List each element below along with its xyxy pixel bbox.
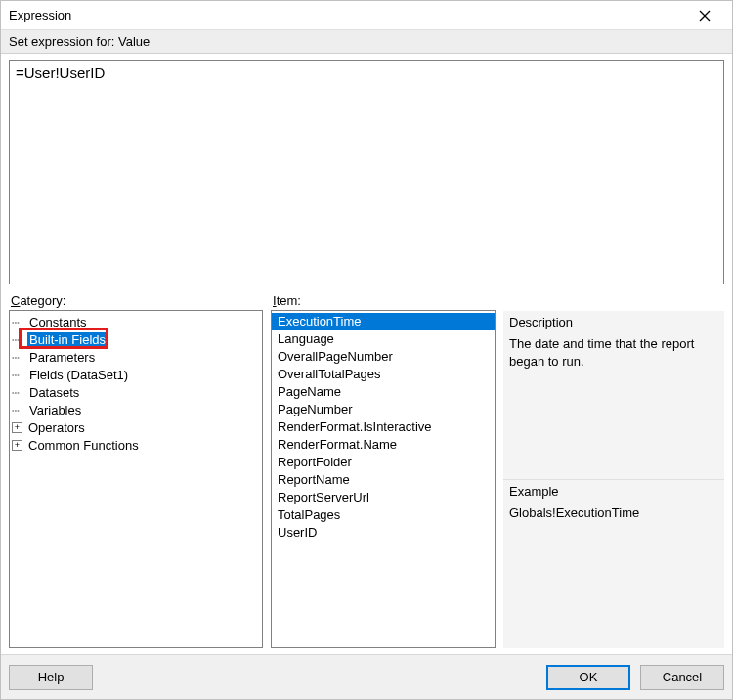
category-label: Category: <box>9 293 263 308</box>
list-item[interactable]: UserID <box>272 524 495 542</box>
list-item[interactable]: ExecutionTime <box>272 313 495 330</box>
category-item-label: Operators <box>26 420 87 435</box>
editor-area <box>1 54 732 293</box>
list-item[interactable]: Language <box>272 330 495 348</box>
category-item[interactable]: ⋯Parameters <box>10 348 262 366</box>
dialog-footer: Help OK Cancel <box>1 654 732 699</box>
expand-icon[interactable]: + <box>12 422 22 433</box>
window-title: Expression <box>9 8 685 22</box>
category-item-label: Common Functions <box>26 438 141 453</box>
list-item[interactable]: PageName <box>272 383 495 401</box>
list-item[interactable]: OverallTotalPages <box>272 366 495 383</box>
category-column: Category: ⋯Constants⋯Built-in Fields⋯Par… <box>9 293 263 648</box>
item-label: Item: <box>271 293 496 308</box>
category-item[interactable]: ⋯Built-in Fields <box>10 330 262 348</box>
set-expression-label: Set expression for: Value <box>1 30 732 54</box>
category-item-label: Variables <box>27 403 83 417</box>
list-item[interactable]: ReportServerUrl <box>272 489 495 506</box>
expression-dialog: Expression Set expression for: Value Cat… <box>0 0 733 700</box>
category-item-label: Datasets <box>27 385 81 400</box>
list-item[interactable]: RenderFormat.Name <box>272 436 495 454</box>
titlebar: Expression <box>1 1 732 30</box>
category-item-label: Constants <box>27 315 89 329</box>
category-item-label: Fields (DataSet1) <box>27 368 130 382</box>
list-item[interactable]: RenderFormat.IsInteractive <box>272 418 495 436</box>
category-item[interactable]: ⋯Constants <box>10 313 262 330</box>
list-item[interactable]: ReportFolder <box>272 454 495 471</box>
help-button[interactable]: Help <box>9 665 93 690</box>
item-list[interactable]: ExecutionTimeLanguageOverallPageNumberOv… <box>271 310 496 648</box>
example-heading: Example <box>509 484 718 499</box>
close-button[interactable] <box>685 2 724 29</box>
category-item-label: Parameters <box>27 350 97 365</box>
ok-button[interactable]: OK <box>546 665 630 690</box>
description-panel: Description The date and time that the r… <box>503 311 724 480</box>
example-text: Globals!ExecutionTime <box>509 504 718 522</box>
category-item[interactable]: ⋯Variables <box>10 401 262 418</box>
close-icon <box>699 10 711 22</box>
description-heading: Description <box>509 315 718 329</box>
category-item[interactable]: ⋯Fields (DataSet1) <box>10 366 262 383</box>
description-text: The date and time that the report began … <box>509 335 718 370</box>
category-item[interactable]: +Operators <box>10 418 262 436</box>
expression-input[interactable] <box>9 60 724 284</box>
list-item[interactable]: PageNumber <box>272 401 495 418</box>
item-column: Item: ExecutionTimeLanguageOverallPageNu… <box>271 293 496 648</box>
category-item[interactable]: ⋯Datasets <box>10 383 262 401</box>
category-item[interactable]: +Common Functions <box>10 436 262 454</box>
cancel-button[interactable]: Cancel <box>640 665 724 690</box>
info-column: Description The date and time that the r… <box>503 293 724 648</box>
lower-pane: Category: ⋯Constants⋯Built-in Fields⋯Par… <box>1 293 732 654</box>
category-item-label: Built-in Fields <box>27 332 108 347</box>
example-panel: Example Globals!ExecutionTime <box>503 480 724 648</box>
list-item[interactable]: TotalPages <box>272 506 495 524</box>
list-item[interactable]: ReportName <box>272 471 495 489</box>
category-tree[interactable]: ⋯Constants⋯Built-in Fields⋯Parameters⋯Fi… <box>9 310 263 648</box>
expand-icon[interactable]: + <box>12 440 22 451</box>
list-item[interactable]: OverallPageNumber <box>272 348 495 366</box>
